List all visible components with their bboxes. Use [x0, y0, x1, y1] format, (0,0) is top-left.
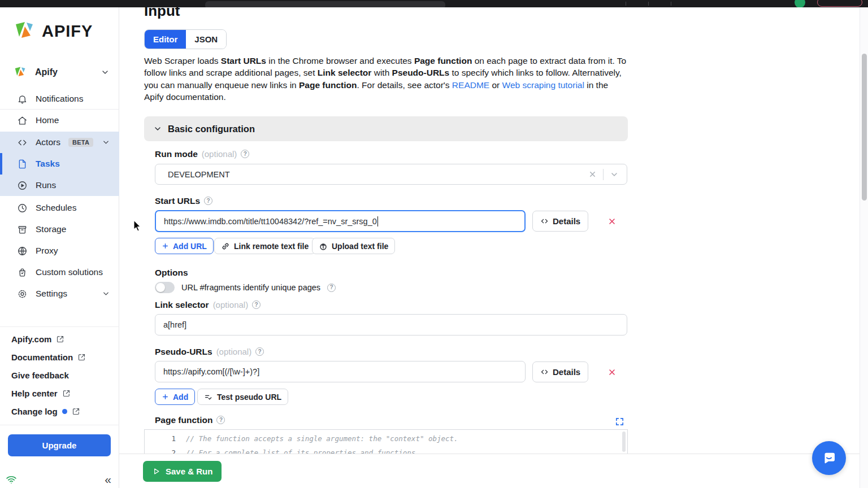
remove-pseudo-url-icon[interactable]: [607, 368, 617, 377]
pseudo-urls-label-row: Pseudo-URLs (optional): [155, 347, 264, 356]
collapse-sidebar-icon[interactable]: «: [105, 473, 111, 485]
toolbar-separator: [626, 2, 626, 6]
actor-description: Web Scraper loads Start URLs in the Chro…: [144, 55, 629, 103]
emphasis-text: Page function: [414, 56, 472, 66]
sidebar-item-proxy[interactable]: Proxy: [0, 240, 119, 262]
chat-widget-button[interactable]: [812, 441, 846, 475]
description-text: . For details, see actor's: [357, 80, 452, 90]
remove-start-url-icon[interactable]: [607, 217, 617, 226]
archive-icon: [17, 224, 28, 235]
chevron-down-icon: [101, 68, 110, 77]
sidebar-item-label: Storage: [36, 224, 66, 234]
doc-link[interactable]: Web scraping tutorial: [502, 80, 584, 90]
help-icon[interactable]: [204, 197, 212, 205]
pseudo-url-details-button[interactable]: Details: [532, 361, 588, 382]
sidebar-item-label: Notifications: [36, 94, 83, 104]
apify-mark-icon: [12, 65, 27, 80]
external-link-icon: [56, 335, 64, 343]
page-function-label-row: Page function: [155, 415, 225, 425]
scrollbar-thumb[interactable]: [862, 54, 867, 201]
sidebar-item-storage[interactable]: Storage: [0, 219, 119, 240]
field-label: Link selector: [155, 300, 209, 310]
sidebar-item-label: Tasks: [36, 159, 60, 169]
help-icon[interactable]: [241, 150, 249, 158]
workspace-selector[interactable]: Apify: [12, 62, 110, 82]
start-url-input[interactable]: https://www.imdb.com/title/tt10048342/?r…: [155, 210, 526, 232]
help-icon[interactable]: [216, 416, 225, 424]
tab-json[interactable]: JSON: [186, 30, 226, 49]
start-url-value: https://www.imdb.com/title/tt10048342/?r…: [164, 217, 377, 226]
sidebar-bottom-bar: «: [0, 470, 119, 488]
sidebar-item-notifications[interactable]: Notifications: [0, 88, 119, 110]
expand-editor-icon[interactable]: [615, 417, 624, 426]
add-url-button[interactable]: Add URL: [155, 238, 214, 254]
toggle-label: URL #fragments identify unique pages: [181, 283, 320, 292]
browser-profile-avatar[interactable]: [795, 0, 805, 8]
sidebar-item-custom-solutions[interactable]: Custom solutions: [0, 262, 119, 283]
save-and-run-button[interactable]: Save & Run: [143, 461, 222, 482]
sidebar-link-change-log[interactable]: Change log: [11, 402, 113, 420]
code-icon: [540, 217, 549, 225]
help-icon[interactable]: [252, 300, 261, 309]
sidebar-link-apify-com[interactable]: Apify.com: [11, 330, 113, 348]
clear-icon[interactable]: [588, 170, 597, 178]
workspace-name: Apify: [35, 67, 58, 77]
pseudo-url-input[interactable]: https://apify.com[(/[\w-]+)?]: [155, 361, 526, 382]
plus-icon: [162, 393, 169, 400]
chevron-down-icon[interactable]: [610, 170, 619, 179]
emphasis-text: Pseudo-URLs: [392, 68, 450, 77]
external-link-icon: [77, 353, 86, 361]
chat-bubble-icon: [821, 450, 837, 467]
beta-badge: BETA: [68, 138, 93, 147]
doc-link[interactable]: README: [452, 80, 489, 90]
play-icon: [152, 467, 160, 476]
add-pseudo-url-button[interactable]: Add: [155, 389, 195, 405]
apify-logo-text: APIFY: [42, 22, 93, 41]
help-icon[interactable]: [327, 284, 336, 292]
toggle-knob: [156, 283, 165, 292]
link-label: Help center: [11, 389, 58, 398]
main-content: Input Editor JSON Web Scraper loads Star…: [119, 7, 860, 488]
sidebar-item-home[interactable]: Home: [0, 110, 119, 131]
select-divider: [603, 169, 604, 180]
sidebar-item-actors[interactable]: ActorsBETA: [0, 132, 119, 153]
link-selector-input[interactable]: a[href]: [155, 314, 627, 336]
details-label: Details: [553, 216, 580, 226]
test-pseudo-url-button[interactable]: Test pseudo URL: [197, 389, 288, 405]
description-text: with: [371, 68, 392, 77]
browser-pill-button[interactable]: [817, 0, 862, 7]
bag-icon: [17, 267, 28, 278]
field-label: Page function: [155, 415, 212, 425]
sidebar-item-tasks[interactable]: Tasks: [0, 153, 119, 175]
sidebar-item-settings[interactable]: Settings: [0, 283, 119, 304]
sidebar-link-give-feedback[interactable]: Give feedback: [11, 366, 113, 384]
options-label: Options: [155, 268, 188, 278]
sidebar-item-label: Home: [36, 115, 59, 125]
sidebar-item-schedules[interactable]: Schedules: [0, 197, 119, 219]
sidebar-link-help-center[interactable]: Help center: [11, 384, 113, 402]
apify-logo[interactable]: APIFY: [11, 19, 93, 43]
code-line: 1// The function accepts a single argume…: [145, 433, 627, 444]
help-icon[interactable]: [255, 347, 264, 356]
upload-text-file-button[interactable]: Upload text file: [312, 238, 395, 254]
start-url-details-button[interactable]: Details: [532, 211, 588, 232]
editor-scrollbar[interactable]: [622, 432, 626, 452]
pseudo-url-value: https://apify.com[(/[\w-]+)?]: [163, 367, 259, 376]
link-remote-text-file-button[interactable]: Link remote text file: [214, 238, 315, 254]
page-scrollbar[interactable]: [860, 7, 868, 488]
tab-editor[interactable]: Editor: [145, 30, 186, 49]
emphasis-text: Page function: [299, 80, 357, 90]
sidebar-item-runs[interactable]: Runs: [0, 175, 119, 196]
toolbar-separator: [648, 2, 649, 6]
upload-icon: [319, 242, 328, 251]
fragments-toggle[interactable]: [155, 282, 175, 293]
text-caret: [377, 216, 379, 226]
link-selector-label-row: Link selector (optional): [155, 300, 261, 310]
chevron-down-icon: [153, 124, 162, 133]
basic-configuration-header[interactable]: Basic configuration: [144, 116, 628, 141]
external-link-icon: [62, 389, 71, 398]
sidebar-link-documentation[interactable]: Documentation: [11, 348, 113, 366]
upgrade-button[interactable]: Upgrade: [8, 434, 111, 456]
wifi-status-icon: [5, 474, 18, 485]
run-mode-select[interactable]: DEVELOPMENT: [155, 164, 627, 185]
